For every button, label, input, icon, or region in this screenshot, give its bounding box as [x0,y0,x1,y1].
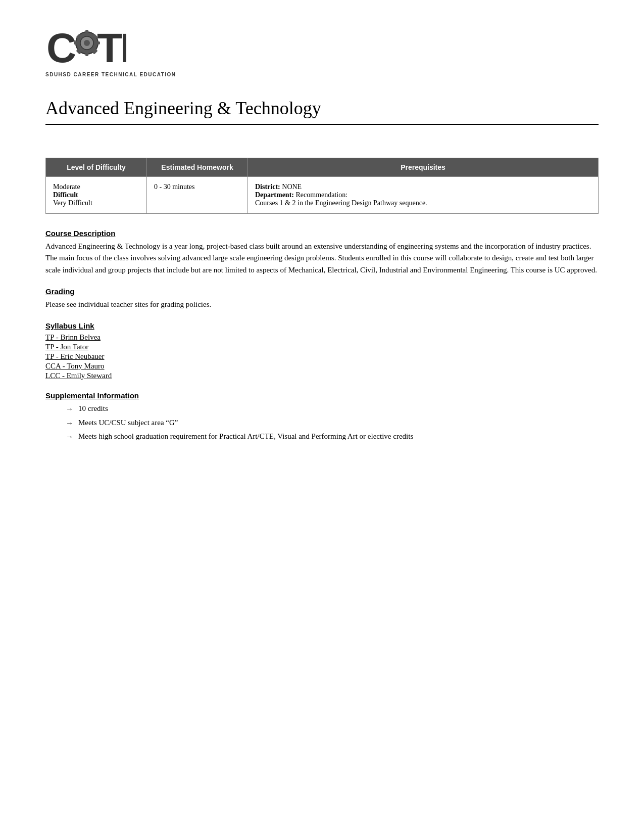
syllabus-link-1[interactable]: TP - Jon Tator [45,343,88,351]
district-value: NONE [280,183,302,191]
grading-heading: Grading [45,287,599,296]
svg-rect-7 [74,41,79,44]
svg-rect-5 [85,30,88,35]
difficulty-difficult: Difficult [53,191,139,199]
syllabus-link-3[interactable]: CCA - Tony Mauro [45,362,105,370]
supplemental-section: Supplemental Information → 10 credits → … [45,391,599,443]
list-item: → Meets UC/CSU subject area “G” [66,417,599,429]
table-row: Moderate Difficult Very Difficult 0 - 30… [46,177,599,214]
difficulty-very-difficult: Very Difficult [53,199,139,207]
svg-point-4 [84,40,90,46]
logo-box: C TE [45,20,126,71]
grading-section: Grading Please see individual teacher si… [45,287,599,310]
difficulty-cell: Moderate Difficult Very Difficult [46,177,147,214]
course-description-body: Advanced Engineering & Technology is a y… [45,241,599,276]
list-item[interactable]: TP - Brinn Belvea [45,333,599,342]
department-label: Department: [255,191,294,199]
arrow-icon-0: → [66,403,73,415]
info-table: Level of Difficulty Estimated Homework P… [45,158,599,214]
syllabus-heading: Syllabus Link [45,321,599,330]
page-header: C TE SDUHSD CAREER TECHNICAL EDUCATION A… [45,20,599,137]
col-header-difficulty: Level of Difficulty [46,158,147,177]
col-header-homework: Estimated Homework [147,158,248,177]
department-value: Recommendation: [294,191,348,199]
syllabus-section: Syllabus Link TP - Brinn Belvea TP - Jon… [45,321,599,380]
supplemental-list: → 10 credits → Meets UC/CSU subject area… [45,403,599,443]
supplemental-item-0: 10 credits [78,403,108,414]
page-title: Advanced Engineering & Technology [45,98,321,119]
district-label: District: [255,183,280,191]
course-description-heading: Course Description [45,229,599,238]
syllabus-links-list: TP - Brinn Belvea TP - Jon Tator TP - Er… [45,333,599,380]
supplemental-item-1: Meets UC/CSU subject area “G” [78,417,178,429]
list-item[interactable]: TP - Eric Neubauer [45,352,599,361]
title-divider [45,124,599,125]
recommendation-detail: Courses 1 & 2 in the Engineering Design … [255,199,427,207]
difficulty-moderate: Moderate [53,183,139,191]
logo-tagline: SDUHSD CAREER TECHNICAL EDUCATION [45,72,176,77]
logo-container: C TE SDUHSD CAREER TECHNICAL EDUCATION [45,20,176,77]
course-description-section: Course Description Advanced Engineering … [45,229,599,276]
col-header-prerequisites: Prerequisites [248,158,599,177]
supplemental-heading: Supplemental Information [45,391,599,400]
syllabus-link-0[interactable]: TP - Brinn Belvea [45,333,101,341]
cte-logo-icon: C TE [45,22,126,70]
syllabus-link-4[interactable]: LCC - Emily Steward [45,372,112,380]
list-item[interactable]: TP - Jon Tator [45,343,599,351]
list-item[interactable]: LCC - Emily Steward [45,372,599,380]
supplemental-item-2: Meets high school graduation requirement… [78,431,413,442]
grading-body: Please see individual teacher sites for … [45,299,599,310]
list-item: → Meets high school graduation requireme… [66,431,599,443]
arrow-icon-1: → [66,418,73,429]
homework-cell: 0 - 30 minutes [147,177,248,214]
syllabus-link-2[interactable]: TP - Eric Neubauer [45,352,104,360]
svg-text:C: C [46,25,75,70]
arrow-icon-2: → [66,431,73,443]
prerequisites-cell: District: NONE Department: Recommendatio… [248,177,599,214]
svg-text:TE: TE [97,25,126,70]
list-item: → 10 credits [66,403,599,415]
svg-rect-6 [85,51,88,56]
list-item[interactable]: CCA - Tony Mauro [45,362,599,370]
